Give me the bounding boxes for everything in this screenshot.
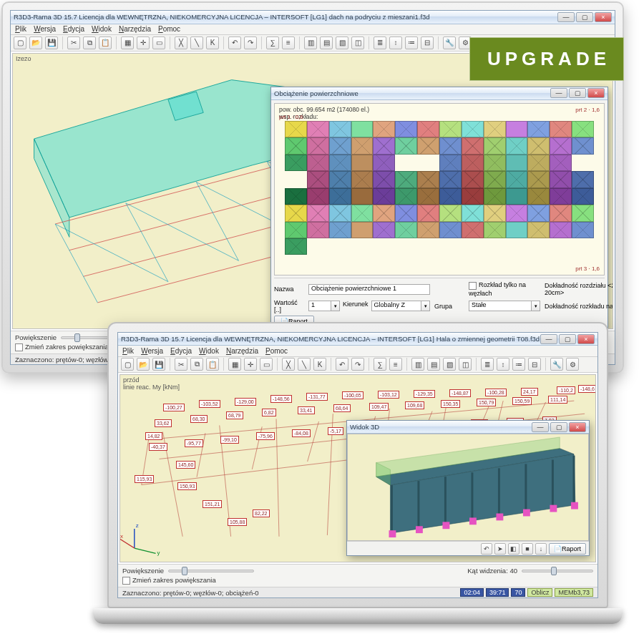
view-yz-icon[interactable]: ▧ (443, 358, 456, 371)
close-icon[interactable]: × (595, 12, 612, 22)
tool-wrench-icon[interactable]: 🔧 (443, 36, 456, 49)
layers-icon[interactable]: ≣ (374, 36, 386, 49)
undo-icon[interactable]: ↶ (228, 36, 241, 49)
dialog-min-icon[interactable]: — (550, 88, 567, 98)
dialog-surface-load[interactable]: Obciążenie powierzchniowe — ▢ × pow. obc… (270, 87, 608, 330)
menu-edycja[interactable]: Edycja (63, 25, 84, 33)
menu-plik[interactable]: Plik (15, 25, 26, 33)
v3d-solid-icon[interactable]: ■ (522, 543, 533, 555)
field-grupa[interactable]: Stałe▾ (469, 301, 540, 311)
dialog-min-icon[interactable]: — (532, 422, 549, 432)
copy-icon[interactable]: ⧉ (83, 36, 96, 49)
stack-icon[interactable]: ⊟ (421, 36, 434, 49)
v3d-load-icon[interactable]: ↓ (535, 543, 547, 555)
cut-icon[interactable]: ✂ (67, 36, 80, 49)
viewport-3d-roof[interactable]: Izezo (12, 53, 613, 330)
line-x-icon[interactable]: ╲ (190, 36, 203, 49)
layers-icon[interactable]: ≣ (481, 358, 494, 371)
snap-icon[interactable]: ✛ (244, 358, 257, 371)
view-xz-icon[interactable]: ▤ (427, 358, 440, 371)
calc2-icon[interactable]: ≡ (282, 36, 295, 49)
v3d-undo-icon[interactable]: ↶ (481, 543, 492, 555)
stack-icon[interactable]: ⊟ (528, 358, 541, 371)
open-icon[interactable]: 📂 (137, 358, 150, 371)
line-x-icon[interactable]: ╲ (298, 358, 311, 371)
copy-icon[interactable]: ⧉ (190, 358, 203, 371)
dialog-max-icon[interactable]: ▢ (569, 88, 586, 98)
menu-edycja[interactable]: Edycja (170, 347, 192, 355)
mesh-preview[interactable]: pow. obc. 99.654 m2 (174080 el.) wsp. ro… (274, 103, 605, 276)
moment-tag: -129,00 (235, 398, 256, 406)
field-wartosc[interactable]: 1▾ (308, 301, 340, 311)
menu-pomoc[interactable]: Pomoc (265, 347, 288, 355)
calc1-icon[interactable]: ∑ (374, 358, 386, 371)
menu-pomoc[interactable]: Pomoc (158, 25, 180, 33)
angle-slider[interactable] (522, 570, 593, 572)
grid-icon[interactable]: ▦ (121, 36, 134, 49)
chk-zoom-range[interactable]: Zmień zakres powiększania (122, 576, 216, 585)
view3d-canvas[interactable] (347, 434, 589, 541)
save-icon[interactable]: 💾 (152, 358, 165, 371)
calc1-icon[interactable]: ∑ (266, 36, 279, 49)
view-xy-icon[interactable]: ▥ (304, 36, 317, 49)
v3d-shade-icon[interactable]: ◧ (508, 543, 519, 555)
move-z-icon[interactable]: ↕ (497, 358, 509, 371)
dialog-close-icon[interactable]: × (569, 422, 586, 432)
status-pill-1: 39:71 (486, 588, 509, 597)
cut-icon[interactable]: ✂ (175, 358, 187, 371)
new-icon[interactable]: ▢ (121, 358, 134, 371)
grid-icon[interactable]: ▦ (228, 358, 241, 371)
v3d-raport-button[interactable]: 📄 Raport (549, 543, 586, 555)
menu-narzędzia[interactable]: Narzędzia (226, 347, 258, 355)
select-icon[interactable]: ▭ (260, 358, 273, 371)
select-icon[interactable]: ▭ (152, 36, 165, 49)
new-icon[interactable]: ▢ (14, 36, 26, 49)
view-xz-icon[interactable]: ▤ (320, 36, 333, 49)
menu-widok[interactable]: Widok (92, 25, 112, 33)
calc2-icon[interactable]: ≡ (389, 358, 402, 371)
field-kierunek[interactable]: Globalny Z▾ (371, 301, 430, 311)
tool-wrench-icon[interactable]: 🔧 (550, 358, 563, 371)
align-icon[interactable]: ≔ (512, 358, 525, 371)
line-k-icon[interactable]: K (313, 358, 326, 371)
view-xy-icon[interactable]: ▥ (411, 358, 424, 371)
view-ortho-icon[interactable]: ◫ (351, 36, 364, 49)
menu-widok[interactable]: Widok (199, 347, 219, 355)
v3d-arrow-icon[interactable]: ➤ (494, 543, 506, 555)
max-icon[interactable]: ▢ (559, 334, 576, 344)
moment-tag: 33,41 (298, 406, 315, 414)
min-icon[interactable]: — (557, 12, 575, 22)
move-z-icon[interactable]: ↕ (389, 36, 402, 49)
tool-gear-icon[interactable]: ⚙ (566, 358, 579, 371)
close-icon[interactable]: × (577, 334, 595, 344)
open-icon[interactable]: 📂 (29, 36, 42, 49)
redo-icon[interactable]: ↷ (244, 36, 257, 49)
max-icon[interactable]: ▢ (576, 12, 593, 22)
view-yz-icon[interactable]: ▧ (336, 36, 348, 49)
menu-plik[interactable]: Plik (122, 347, 134, 355)
menu-narzędzia[interactable]: Narzędzia (119, 25, 151, 33)
dialog-max-icon[interactable]: ▢ (550, 422, 567, 432)
align-icon[interactable]: ≔ (405, 36, 418, 49)
undo-icon[interactable]: ↶ (336, 358, 348, 371)
menu-wersja[interactable]: Wersja (141, 347, 163, 355)
line-grid-icon[interactable]: ╳ (282, 358, 295, 371)
menu-wersja[interactable]: Wersja (34, 25, 56, 33)
line-grid-icon[interactable]: ╳ (175, 36, 187, 49)
status-pill-4[interactable]: MEMb3,73 (555, 588, 593, 597)
dialog-close-icon[interactable]: × (587, 88, 605, 98)
chk-rozklad[interactable]: Rozkład tylko na węzłach (469, 281, 540, 296)
line-k-icon[interactable]: K (206, 36, 219, 49)
dialog-view3d[interactable]: Widok 3D — ▢ × (346, 420, 590, 556)
viewport-3d-hala[interactable]: przód linie reac. My [kNm] (119, 374, 596, 563)
zoom-slider[interactable] (168, 570, 254, 572)
paste-icon[interactable]: 📋 (206, 358, 219, 371)
snap-icon[interactable]: ✛ (137, 36, 150, 49)
paste-icon[interactable]: 📋 (99, 36, 112, 49)
status-pill-3[interactable]: Oblicz (527, 588, 552, 597)
field-nazwa[interactable]: Obciążenie powierzchniowe 1 (308, 284, 430, 295)
min-icon[interactable]: — (540, 334, 557, 344)
save-icon[interactable]: 💾 (45, 36, 58, 49)
redo-icon[interactable]: ↷ (351, 358, 364, 371)
view-ortho-icon[interactable]: ◫ (459, 358, 472, 371)
